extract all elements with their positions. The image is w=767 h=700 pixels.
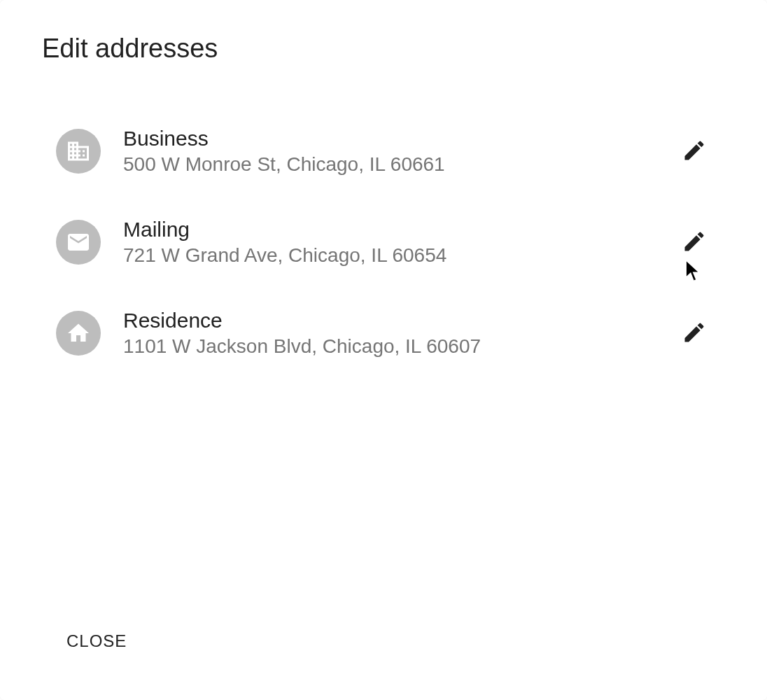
address-text: Mailing 721 W Grand Ave, Chicago, IL 606… <box>123 218 655 267</box>
edit-mailing-button[interactable] <box>677 225 711 259</box>
address-row-business: Business 500 W Monroe St, Chicago, IL 60… <box>56 106 725 197</box>
address-text: Business 500 W Monroe St, Chicago, IL 60… <box>123 127 655 176</box>
address-label: Mailing <box>123 218 655 241</box>
address-list: Business 500 W Monroe St, Chicago, IL 60… <box>0 78 767 610</box>
address-label: Business <box>123 127 655 150</box>
address-value: 721 W Grand Ave, Chicago, IL 60654 <box>123 244 655 267</box>
close-button[interactable]: Close <box>66 624 127 658</box>
dialog-title: Edit addresses <box>0 0 767 78</box>
address-row-mailing: Mailing 721 W Grand Ave, Chicago, IL 606… <box>56 197 725 288</box>
pencil-icon <box>682 320 707 347</box>
address-text: Residence 1101 W Jackson Blvd, Chicago, … <box>123 309 655 358</box>
home-icon <box>56 311 101 356</box>
business-icon <box>56 129 101 174</box>
address-value: 1101 W Jackson Blvd, Chicago, IL 60607 <box>123 335 655 358</box>
address-row-residence: Residence 1101 W Jackson Blvd, Chicago, … <box>56 288 725 379</box>
mail-icon <box>56 220 101 265</box>
edit-residence-button[interactable] <box>677 316 711 350</box>
address-value: 500 W Monroe St, Chicago, IL 60661 <box>123 153 655 176</box>
edit-addresses-dialog: Edit addresses Business 500 W Monroe St,… <box>0 0 767 700</box>
edit-business-button[interactable] <box>677 134 711 168</box>
pencil-icon <box>682 229 707 256</box>
address-label: Residence <box>123 309 655 332</box>
dialog-actions: Close <box>0 610 767 679</box>
pencil-icon <box>682 138 707 165</box>
